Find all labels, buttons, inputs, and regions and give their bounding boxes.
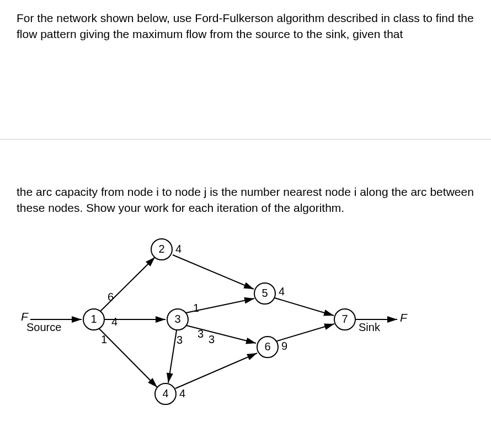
svg-line-3	[99, 329, 157, 387]
svg-line-10	[275, 324, 334, 342]
svg-line-6	[186, 326, 256, 343]
edge-lines	[0, 227, 491, 420]
question-part-1: For the network shown below, use Ford-Fu…	[0, 0, 491, 48]
cap-5-7: 4	[279, 285, 285, 298]
node-4: 4	[154, 383, 177, 405]
cap-2-5: 4	[175, 243, 182, 255]
svg-line-8	[175, 353, 257, 388]
svg-line-9	[275, 298, 334, 316]
svg-line-7	[168, 330, 177, 383]
question-part-2: the arc capacity from node i to node j i…	[0, 140, 491, 222]
node-2: 2	[151, 238, 173, 260]
cap-6-7: 9	[281, 340, 287, 353]
node-7: 7	[334, 308, 356, 330]
cap-3-6: 3	[198, 328, 204, 340]
node-6: 6	[257, 336, 279, 358]
cap-3-5: 1	[193, 302, 199, 314]
cap-4-6: 4	[179, 387, 185, 400]
cap-1-4: 1	[101, 333, 107, 346]
svg-line-4	[173, 255, 254, 289]
cap-1-2: 6	[108, 291, 114, 303]
node-5: 5	[254, 282, 276, 305]
cap-1-3: 4	[111, 316, 118, 328]
cap-6-5: 3	[209, 333, 215, 346]
node-3: 3	[167, 308, 189, 330]
network-diagram: 1 2 3 4 5 6 7 F Source Sink F 6 4 1 4 1 …	[0, 227, 491, 420]
cap-3-4: 3	[177, 334, 183, 346]
node-1: 1	[83, 308, 105, 330]
